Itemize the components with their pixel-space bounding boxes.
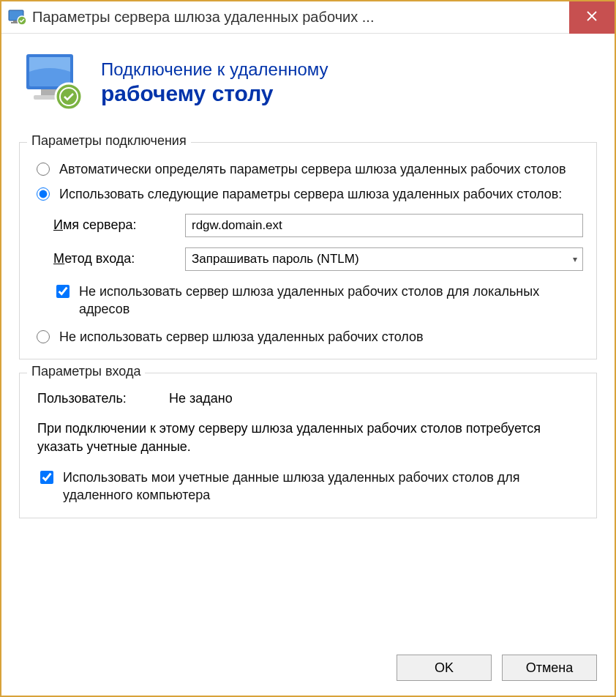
radio-auto-label[interactable]: Автоматически определять параметры серве… xyxy=(59,160,566,178)
credentials-note: При подключении к этому серверу шлюза уд… xyxy=(37,420,583,455)
bypass-local-label[interactable]: Не использовать сервер шлюза удаленных р… xyxy=(79,283,583,318)
header-line2: рабочему столу xyxy=(101,81,328,106)
bypass-local-row: Не использовать сервер шлюза удаленных р… xyxy=(53,283,583,318)
login-settings-group: Параметры входа Пользователь: Не задано … xyxy=(19,373,597,518)
radio-use-settings[interactable] xyxy=(37,187,50,201)
login-method-row: Метод входа: Запрашивать пароль (NTLM) ▾ xyxy=(53,247,583,271)
close-icon xyxy=(587,10,597,25)
radio-manual-label[interactable]: Использовать следующие параметры сервера… xyxy=(59,185,562,203)
radio-auto-row: Автоматически определять параметры серве… xyxy=(33,160,583,178)
connection-settings-group: Параметры подключения Автоматически опре… xyxy=(19,142,597,359)
user-label: Пользователь: xyxy=(37,391,169,406)
radio-auto-detect[interactable] xyxy=(37,163,50,176)
radio-none-row: Не использовать сервер шлюза удаленных р… xyxy=(33,328,583,346)
share-creds-row: Использовать мои учетные данные шлюза уд… xyxy=(37,469,583,504)
header-line1: Подключение к удаленному xyxy=(101,59,328,80)
bypass-local-checkbox[interactable] xyxy=(56,285,70,298)
radio-none-label[interactable]: Не использовать сервер шлюза удаленных р… xyxy=(59,328,424,346)
server-name-input[interactable] xyxy=(185,214,583,237)
login-method-select-wrap: Запрашивать пароль (NTLM) ▾ xyxy=(185,247,583,271)
login-legend: Параметры входа xyxy=(27,364,145,379)
header-text: Подключение к удаленному рабочему столу xyxy=(101,59,328,106)
button-bar: OK Отмена xyxy=(1,641,615,696)
user-value: Не задано xyxy=(169,391,233,406)
window-title: Параметры сервера шлюза удаленных рабочи… xyxy=(32,9,569,26)
ok-button[interactable]: OK xyxy=(397,655,492,681)
radio-manual-row: Использовать следующие параметры сервера… xyxy=(33,185,583,203)
user-row: Пользователь: Не задано xyxy=(37,391,583,406)
login-method-label: Метод входа: xyxy=(53,251,185,266)
titlebar: Параметры сервера шлюза удаленных рабочи… xyxy=(1,1,615,34)
server-name-row: Имя сервера: xyxy=(53,214,583,237)
close-button[interactable] xyxy=(569,1,615,34)
share-creds-label[interactable]: Использовать мои учетные данные шлюза уд… xyxy=(63,469,583,504)
app-icon xyxy=(7,9,28,26)
radio-do-not-use[interactable] xyxy=(37,330,50,343)
connection-legend: Параметры подключения xyxy=(27,133,191,149)
dialog-content: Параметры подключения Автоматически опре… xyxy=(1,129,615,641)
share-creds-checkbox[interactable] xyxy=(40,471,53,484)
rdp-icon xyxy=(22,50,88,116)
dialog-window: Параметры сервера шлюза удаленных рабочи… xyxy=(0,0,616,697)
dialog-header: Подключение к удаленному рабочему столу xyxy=(1,34,615,129)
cancel-button[interactable]: Отмена xyxy=(502,655,597,681)
login-method-select[interactable]: Запрашивать пароль (NTLM) xyxy=(185,247,583,271)
server-name-label: Имя сервера: xyxy=(53,217,185,233)
